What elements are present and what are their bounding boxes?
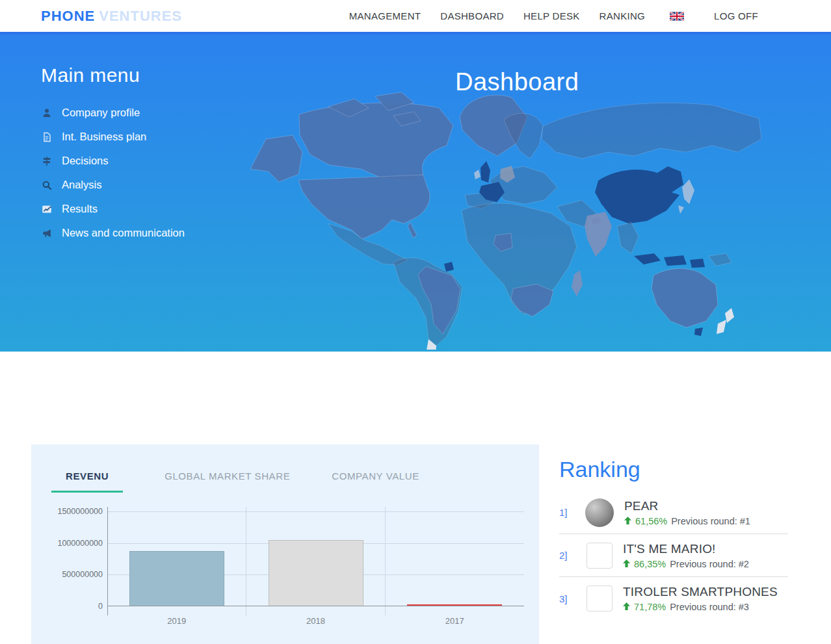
menu-item-label: Decisions bbox=[62, 155, 109, 167]
menu-item-label: News and communication bbox=[62, 227, 185, 239]
megaphone-icon bbox=[41, 227, 53, 239]
logo[interactable]: PHONEVENTURES bbox=[41, 8, 182, 25]
previous-round: Previous round: #1 bbox=[671, 516, 750, 526]
avatar bbox=[585, 498, 614, 527]
avatar-placeholder bbox=[587, 543, 613, 569]
logo-ventures: VENTURES bbox=[99, 8, 182, 24]
menu-item-company-profile[interactable]: Company profile bbox=[41, 101, 185, 125]
rank-number: 2] bbox=[559, 550, 585, 561]
nav-help-desk[interactable]: HELP DESK bbox=[523, 10, 580, 21]
user-icon bbox=[41, 107, 53, 119]
log-off-button[interactable]: LOG OFF bbox=[714, 10, 758, 21]
company-name: PEAR bbox=[624, 499, 750, 513]
ranking-row: 3] TIROLER SMARTPHONES 71,78% Previous r… bbox=[559, 577, 788, 620]
tab-revenue[interactable]: REVENU bbox=[51, 470, 123, 493]
chart-section-2019: 2019 bbox=[107, 511, 246, 606]
chart-line-icon bbox=[41, 203, 53, 215]
ranking-row: 1] PEAR 61,56% Previous round: #1 bbox=[559, 491, 788, 534]
bar-2018 bbox=[269, 540, 363, 606]
change-percent: 86,35% bbox=[634, 559, 666, 569]
avatar-placeholder bbox=[587, 586, 613, 612]
x-tick: 2018 bbox=[306, 616, 325, 626]
menu-item-analysis[interactable]: Analysis bbox=[41, 173, 185, 197]
y-tick: 0 bbox=[98, 602, 103, 611]
menu-item-label: Company profile bbox=[62, 107, 140, 119]
change-percent: 61,56% bbox=[635, 516, 667, 526]
menu-item-label: Results bbox=[62, 203, 98, 215]
nav-dashboard[interactable]: DASHBOARD bbox=[440, 10, 504, 21]
nav-ranking[interactable]: RANKING bbox=[600, 10, 645, 21]
signpost-icon bbox=[41, 155, 53, 167]
uk-flag-icon[interactable] bbox=[670, 12, 684, 21]
previous-round: Previous round: #3 bbox=[670, 602, 749, 612]
menu-item-results[interactable]: Results bbox=[41, 197, 185, 221]
previous-round: Previous round: #2 bbox=[670, 559, 749, 569]
top-nav: MANAGEMENT DASHBOARD HELP DESK RANKING L… bbox=[349, 10, 758, 21]
arrow-up-icon bbox=[624, 516, 631, 526]
x-axis bbox=[107, 606, 524, 606]
document-icon bbox=[41, 131, 53, 143]
menu-item-news[interactable]: News and communication bbox=[41, 221, 185, 245]
arrow-up-icon bbox=[623, 559, 630, 569]
logo-phone: PHONE bbox=[41, 8, 95, 24]
y-tick: 500000000 bbox=[62, 570, 103, 579]
menu-item-label: Int. Business plan bbox=[62, 131, 146, 143]
arrow-up-icon bbox=[623, 602, 630, 612]
page-title: Dashboard bbox=[455, 68, 579, 96]
chart-section-2017: 2017 bbox=[385, 511, 524, 606]
x-tick: 2017 bbox=[445, 616, 464, 626]
menu-item-decisions[interactable]: Decisions bbox=[41, 149, 185, 173]
x-tick: 2019 bbox=[167, 616, 186, 626]
chart-section-2018: 2018 bbox=[246, 511, 386, 606]
ranking-section: Ranking 1] PEAR 61,56% Previous round: #… bbox=[559, 457, 788, 620]
nav-management[interactable]: MANAGEMENT bbox=[349, 10, 421, 21]
top-bar: PHONEVENTURES MANAGEMENT DASHBOARD HELP … bbox=[0, 0, 831, 34]
search-icon bbox=[41, 179, 53, 191]
revenue-bar-chart: 1500000000 1000000000 500000000 0 2019 2… bbox=[107, 511, 524, 606]
rank-number: 3] bbox=[559, 593, 585, 604]
chart-panel: REVENU GLOBAL MARKET SHARE COMPANY VALUE… bbox=[31, 444, 539, 644]
page: PHONEVENTURES MANAGEMENT DASHBOARD HELP … bbox=[0, 0, 831, 644]
plot-area: 2019 2018 2017 bbox=[107, 511, 524, 606]
tab-global-market-share[interactable]: GLOBAL MARKET SHARE bbox=[165, 470, 290, 493]
ranking-row: 2] IT'S ME MARIO! 86,35% Previous round:… bbox=[559, 534, 788, 577]
company-name: IT'S ME MARIO! bbox=[623, 542, 749, 556]
ranking-title: Ranking bbox=[559, 457, 788, 482]
tab-company-value[interactable]: COMPANY VALUE bbox=[332, 470, 419, 493]
menu-item-label: Analysis bbox=[62, 179, 101, 191]
company-name: TIROLER SMARTPHONES bbox=[623, 585, 778, 599]
bar-2019 bbox=[129, 551, 224, 606]
y-tick: 1000000000 bbox=[57, 539, 103, 548]
main-menu-title: Main menu bbox=[41, 64, 185, 86]
rank-number: 1] bbox=[559, 507, 585, 518]
hero-section: Main menu Company profile Int. Business … bbox=[0, 34, 831, 352]
chart-tabs: REVENU GLOBAL MARKET SHARE COMPANY VALUE bbox=[31, 444, 539, 493]
y-tick: 1500000000 bbox=[57, 507, 103, 516]
main-menu: Main menu Company profile Int. Business … bbox=[41, 64, 185, 245]
menu-item-business-plan[interactable]: Int. Business plan bbox=[41, 125, 185, 149]
change-percent: 71,78% bbox=[634, 602, 666, 612]
